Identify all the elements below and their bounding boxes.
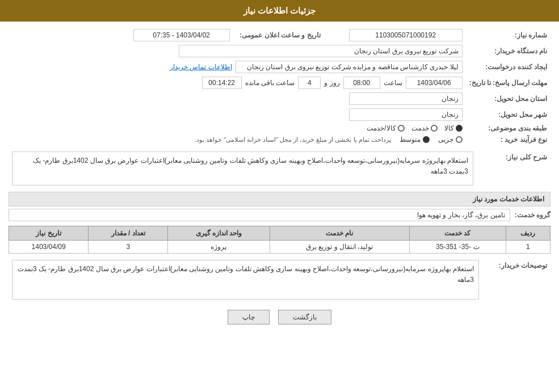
buyer-desc-text: استعلام بهاپروژه سرمایه(نیرورسانی،توسعه … — [12, 260, 479, 300]
page-header: جزئیات اطلاعات نیاز — [0, 0, 559, 22]
col-header-code: کد خدمت — [409, 226, 506, 241]
category-option1-label: کالا — [444, 124, 454, 132]
category-option2-label: خدمت — [411, 124, 429, 132]
need-description-table: شرح کلی نیاز: استعلام بهاپروژه سرمایه(نی… — [9, 150, 550, 187]
purchase-option-medium[interactable]: متوسط — [400, 136, 430, 144]
category-option-both[interactable]: کالا/خدمت — [367, 124, 404, 132]
row-number: 1 — [506, 241, 550, 254]
response-time-label: ساعت — [384, 79, 402, 87]
page-title: جزئیات اطلاعات نیاز — [243, 6, 316, 15]
announce-datetime-label: تاریخ و ساعت اعلان عمومی: — [233, 27, 324, 43]
back-button[interactable]: بازگشت — [278, 310, 331, 324]
col-header-unit: واحد اندازه گیری — [168, 226, 270, 241]
purchase-option2-label: متوسط — [400, 136, 421, 144]
need-number-label: شماره نیاز: — [466, 27, 550, 43]
purchase-note: پرداخت تمام یا بخشی از مبلغ خرید، از محل… — [195, 136, 391, 144]
radio-small-icon — [456, 136, 463, 143]
need-description-text: استعلام بهاپروژه سرمایه(نیرورسانی،توسعه … — [12, 151, 473, 186]
response-days: 4 — [298, 77, 321, 89]
purchase-options-group: جزیی متوسط پرداخت تمام یا بخشی از مبلغ خ… — [12, 136, 463, 144]
col-header-date: تاریخ نیاز — [9, 226, 89, 241]
remaining-time-label: ساعت باقی مانده — [245, 79, 295, 87]
category-option-goods[interactable]: کالا — [444, 124, 463, 132]
buyer-org-value: شرکت توزیع نیروی برق استان زنجان — [179, 45, 463, 57]
col-header-qty: تعداد / مقدار — [89, 226, 168, 241]
response-date: 1403/04/06 — [406, 77, 463, 89]
province-value: زنجان — [349, 92, 463, 105]
radio-medium-icon — [423, 136, 430, 143]
services-section-title: اطلاعات خدمات مورد نیاز — [9, 192, 550, 206]
radio-service-icon — [431, 125, 438, 132]
service-group-label: گروه خدمت: — [515, 211, 550, 219]
service-group-value: تامین برق، گاز، بخار و تهویه هوا — [9, 209, 510, 221]
category-option3-label: کالا/خدمت — [367, 124, 396, 132]
service-group-row: گروه خدمت: تامین برق، گاز، بخار و تهویه … — [9, 209, 550, 221]
requester-label: ایجاد کننده درخواست: — [466, 59, 550, 75]
services-table: ردیف کد خدمت نام خدمت واحد اندازه گیری ت… — [9, 226, 550, 254]
category-label: طبقه بندی موضوعی: — [466, 123, 550, 134]
buyer-org-label: نام دستگاه خریدار: — [466, 43, 550, 59]
remaining-time: 00:14:22 — [202, 77, 242, 89]
purchase-type-label: نوع فرآیند خرید : — [466, 134, 550, 145]
response-days-label: روز و — [324, 79, 339, 87]
city-label: شهر محل تحویل: — [466, 107, 550, 123]
category-option-service[interactable]: خدمت — [411, 124, 438, 132]
response-deadline-label: مهلت ارسال پاسخ: تا تاریخ: — [466, 75, 550, 91]
buyer-description-table: توصیحات خریدار: استعلام بهاپروژه سرمایه(… — [9, 258, 550, 301]
radio-both-icon — [398, 125, 405, 132]
contact-link[interactable]: اطلاعات تماس خریدار — [170, 63, 232, 71]
table-row: 1 ت -35- 351-35 تولید، انتقال و توزیع بر… — [9, 241, 550, 254]
purchase-option1-label: جزیی — [438, 136, 453, 144]
service-code: ت -35- 351-35 — [409, 241, 506, 254]
service-date: 1403/04/09 — [9, 241, 89, 254]
col-header-name: نام خدمت — [270, 226, 409, 241]
need-description-label: شرح کلی نیاز: — [477, 150, 550, 187]
city-value: زنجان — [349, 108, 463, 121]
announce-datetime-value: 1403/04/02 - 07:35 — [133, 29, 230, 41]
service-unit: پروژه — [168, 241, 270, 254]
radio-goods-icon — [456, 125, 463, 132]
service-name: تولید، انتقال و توزیع برق — [270, 241, 409, 254]
need-number-value: 1103005071000192 — [349, 29, 463, 41]
province-label: استان محل تحویل: — [466, 91, 550, 107]
purchase-option-small[interactable]: جزیی — [438, 136, 463, 144]
service-quantity: 3 — [89, 241, 168, 254]
buyer-desc-label: توصیحات خریدار: — [482, 258, 550, 301]
category-radio-group: کالا خدمت کالا/خدمت — [12, 124, 463, 132]
col-header-row: ردیف — [506, 226, 550, 241]
buttons-row: بازگشت چاپ — [9, 310, 550, 324]
requester-value: لیلا حیدری کارشناس مناقصه و مزایده شرکت … — [236, 61, 463, 73]
response-time: 08:00 — [343, 77, 380, 89]
main-info-table: شماره نیاز: 1103005071000192 تاریخ و ساع… — [9, 27, 550, 145]
print-button[interactable]: چاپ — [228, 310, 270, 324]
